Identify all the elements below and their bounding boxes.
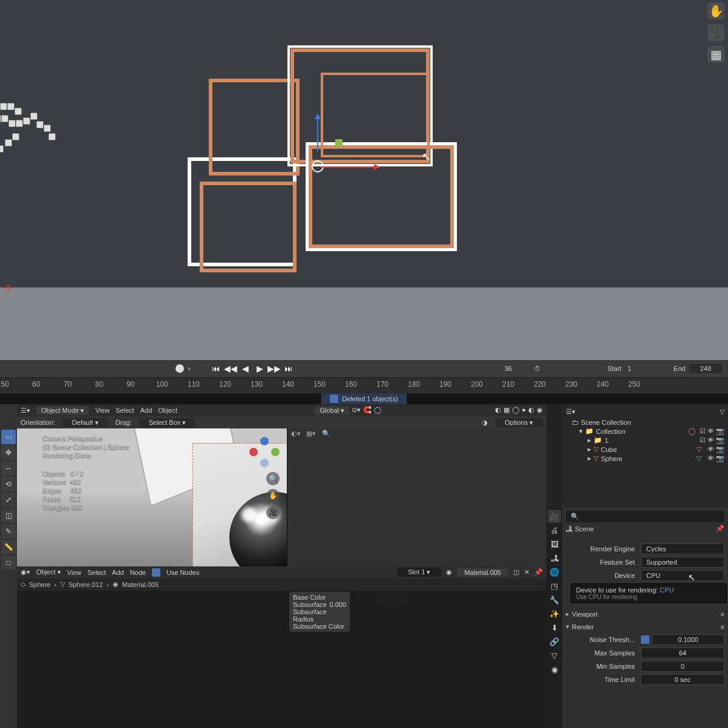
nav-y-icon[interactable] xyxy=(271,448,280,456)
pin-icon[interactable]: 📌 xyxy=(534,568,543,576)
snap-icon[interactable]: 🧲 xyxy=(363,406,372,415)
editor-type-icon[interactable]: ◉▾ xyxy=(21,568,30,576)
shading-solid[interactable]: ● xyxy=(522,406,526,415)
jump-end-button[interactable]: ⏭ xyxy=(283,363,294,374)
max-samples-input[interactable]: 64 xyxy=(641,648,724,658)
outliner-row[interactable]: ▾📁Collection ◯ ☑ 👁 📷 xyxy=(566,427,724,436)
camera-icon[interactable]: 🎥 xyxy=(707,24,724,41)
constraints-tab-icon[interactable]: 🔗 xyxy=(548,635,561,648)
annotate-tool[interactable]: ✎ xyxy=(1,524,16,539)
bc-material[interactable]: Material.005 xyxy=(122,581,159,588)
noise-thresh-checkbox[interactable] xyxy=(641,635,649,644)
rotate-tool[interactable]: ⟲ xyxy=(1,477,16,491)
bc-object[interactable]: Sphere xyxy=(29,581,50,588)
output-tab-icon[interactable]: 🖨 xyxy=(548,523,561,537)
zoom-icon[interactable]: 🔍 xyxy=(266,472,280,485)
viewport-panel-header[interactable]: ▸Viewport≡ xyxy=(566,609,724,619)
orientation-dropdown[interactable]: Default ▾ xyxy=(62,418,108,427)
drag-dropdown[interactable]: Select Box ▾ xyxy=(139,418,196,427)
viewlayer-tab-icon[interactable]: 🖼 xyxy=(548,537,561,551)
nav-gizmo[interactable] xyxy=(249,437,280,467)
physics-tab-icon[interactable]: ⬇ xyxy=(548,621,561,634)
pan-icon[interactable]: ✋ xyxy=(266,489,280,502)
options-popover[interactable]: Options ▾ xyxy=(495,418,543,427)
keyframe-next-button[interactable]: ▶▶ xyxy=(269,363,280,374)
overlays-toggle[interactable]: ◐ xyxy=(495,406,501,415)
menu-view[interactable]: View xyxy=(95,407,110,414)
measure-tool[interactable]: 📏 xyxy=(1,540,16,554)
new-material-icon[interactable]: ✕ xyxy=(524,568,530,576)
feature-set-select[interactable]: Supported xyxy=(641,557,724,568)
gizmo-x-axis[interactable] xyxy=(321,166,375,168)
image-editor[interactable]: ◐▾ ▦▾ 🔍 xyxy=(287,428,546,566)
menu-node[interactable]: Node xyxy=(130,569,146,576)
nav-neg-z-icon[interactable] xyxy=(260,459,269,467)
cursor-tool[interactable]: ✥ xyxy=(1,445,16,460)
current-frame-input[interactable]: 36 xyxy=(488,364,529,373)
gizmo-z-axis[interactable] xyxy=(317,115,318,151)
output-node[interactable] xyxy=(374,598,410,602)
start-frame-input[interactable]: 1 xyxy=(628,365,631,372)
end-frame-input[interactable]: 248 xyxy=(689,364,722,373)
shading-rendered[interactable]: ◉ xyxy=(537,406,543,415)
keyframe-prev-button[interactable]: ◀◀ xyxy=(225,363,236,374)
min-samples-input[interactable]: 0 xyxy=(641,661,724,672)
outliner-row[interactable]: ▸▽Sphere ▽ 👁 📷 xyxy=(566,454,724,463)
bsdf-node[interactable]: Base Color Subsurface0.000 Subsurface Ra… xyxy=(289,592,350,632)
viewport-3d-top[interactable]: ↖ ✋ 🎥 ▦ ✳ xyxy=(0,0,728,360)
move-tool[interactable]: ↔ xyxy=(1,461,16,476)
gizmo-y-handle[interactable] xyxy=(335,139,343,146)
select-tool[interactable]: ▭ xyxy=(1,430,16,444)
shading-wireframe[interactable]: ◯ xyxy=(512,406,519,415)
stopwatch-icon[interactable]: ⏱ xyxy=(534,365,540,372)
play-reverse-button[interactable]: ◀ xyxy=(240,363,251,374)
camera-view-icon[interactable]: 🎥 xyxy=(266,506,280,519)
time-limit-input[interactable]: 0 sec xyxy=(641,674,724,685)
menu-select[interactable]: Select xyxy=(88,569,107,576)
jump-start-button[interactable]: ⏮ xyxy=(211,363,221,374)
material-users[interactable]: ◫ xyxy=(513,568,519,576)
nav-z-icon[interactable] xyxy=(260,437,269,445)
grid-icon[interactable]: ▦ xyxy=(707,46,724,63)
play-button[interactable]: ▶ xyxy=(254,363,265,374)
use-nodes-checkbox[interactable] xyxy=(152,568,160,577)
transform-orientation[interactable]: Global ▾ xyxy=(315,406,349,415)
gizmo-toggle[interactable]: ◑ xyxy=(482,419,488,427)
transform-tool[interactable]: ◫ xyxy=(1,508,16,523)
shading-material[interactable]: ◐ xyxy=(528,406,534,415)
timeline-ruler[interactable]: 5060708090100110120130140150160170180190… xyxy=(0,377,728,393)
material-name[interactable]: Material.005 xyxy=(457,568,508,577)
scale-tool[interactable]: ⤢ xyxy=(1,493,16,507)
slot-select[interactable]: Slot 1 ▾ xyxy=(397,568,441,577)
node-mode-select[interactable]: Object ▾ xyxy=(36,568,61,576)
menu-select[interactable]: Select xyxy=(116,407,134,414)
render-tab-icon[interactable]: 🎥 xyxy=(548,510,561,523)
data-tab-icon[interactable]: ▽ xyxy=(548,649,561,662)
pin-icon[interactable]: 📌 xyxy=(716,525,724,533)
xray-toggle[interactable]: ▦ xyxy=(503,406,510,415)
menu-object[interactable]: Object xyxy=(158,407,177,414)
menu-add[interactable]: Add xyxy=(140,407,152,414)
auto-keying-toggle[interactable] xyxy=(175,364,184,373)
particles-tab-icon[interactable]: ✨ xyxy=(548,607,561,620)
outliner-row[interactable]: ▸▽Cube ▽ 👁 📷 xyxy=(566,445,724,454)
object-tab-icon[interactable]: ◳ xyxy=(548,579,561,592)
viewport-render-preview[interactable]: Camera Perspective (0) Scene Collection … xyxy=(17,428,287,566)
add-cube-tool[interactable]: □ xyxy=(1,556,16,570)
menu-view[interactable]: View xyxy=(67,569,82,576)
pivot-icon[interactable]: ⊙▾ xyxy=(352,406,361,415)
pan-icon[interactable]: ✋ xyxy=(707,2,724,19)
editor-type-icon[interactable]: ☰▾ xyxy=(21,407,30,415)
device-select[interactable]: CPU xyxy=(641,570,724,581)
node-graph[interactable]: Base Color Subsurface0.000 Subsurface Ra… xyxy=(17,591,546,729)
outliner-row[interactable]: ▸📁1 ☑ 👁 📷 xyxy=(566,436,724,445)
modifier-tab-icon[interactable]: 🔧 xyxy=(548,593,561,606)
outliner-row[interactable]: 🗀Scene Collection xyxy=(566,418,724,427)
filter-icon[interactable]: ☰▾ xyxy=(566,408,576,416)
nav-x-icon[interactable] xyxy=(249,448,258,456)
noise-thresh-input[interactable]: 0.1000 xyxy=(652,634,724,645)
scene-tab-icon[interactable]: 🏞 xyxy=(548,551,561,565)
render-panel-header[interactable]: ▾Render≡ xyxy=(566,621,724,632)
bc-mesh[interactable]: Sphere.012 xyxy=(68,581,103,588)
properties-search[interactable]: 🔍 xyxy=(566,511,724,522)
